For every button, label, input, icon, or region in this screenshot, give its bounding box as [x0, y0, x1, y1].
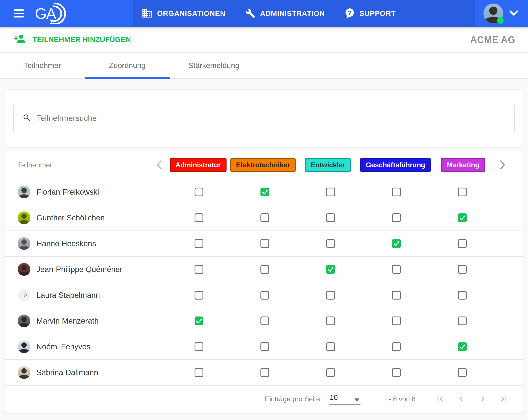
table-row: Noémi Fenyves — [5, 334, 523, 360]
role-checkbox-marketing[interactable] — [458, 291, 467, 300]
scroll-roles-left-button[interactable] — [152, 160, 166, 170]
building-icon — [142, 8, 153, 19]
table-row: Hanno Heeskens — [5, 231, 523, 257]
check-icon — [393, 240, 400, 247]
svg-text:?: ? — [348, 10, 352, 16]
role-checkbox-administrator[interactable] — [194, 368, 204, 377]
role-checkbox-entwickler[interactable] — [326, 265, 335, 274]
app-logo: GA — [35, 2, 70, 25]
nav-item-organisationen[interactable]: ORGANISATIONEN — [142, 8, 226, 19]
nav-item-label: ADMINISTRATION — [260, 9, 325, 18]
role-checkbox-entwickler[interactable] — [326, 368, 335, 377]
user-avatar[interactable] — [483, 3, 503, 23]
search-icon — [23, 113, 31, 123]
role-checkbox-geschäftsführung[interactable] — [392, 265, 401, 274]
tab-staerkemeldung[interactable]: Stärkemeldung — [170, 53, 258, 78]
last-page-button[interactable] — [499, 394, 509, 404]
participant-cell: LALaura Stapelmann — [18, 289, 152, 302]
role-checkbox-entwickler[interactable] — [326, 291, 335, 300]
role-checkbox-elektrotechniker[interactable] — [261, 187, 269, 196]
role-checkbox-administrator[interactable] — [194, 291, 204, 300]
participant-avatar — [18, 186, 30, 198]
role-checkbox-geschäftsführung[interactable] — [392, 342, 401, 351]
scroll-roles-right-button[interactable] — [495, 160, 510, 170]
role-checkbox-geschäftsführung[interactable] — [392, 291, 401, 300]
participant-avatar — [18, 366, 30, 379]
pagination-range-label: 1 - 8 von 8 — [383, 395, 416, 403]
tab-zuordnung[interactable]: Zuordnung — [85, 53, 170, 78]
table-footer: Einträge pro Seite: 10 1 - 8 von 8 — [5, 385, 523, 412]
table-row: Marvin Menzerath — [5, 308, 523, 334]
participant-cell: Sabrina Dallmann — [18, 366, 152, 379]
logo-icon: GA — [35, 2, 70, 24]
role-checkbox-geschäftsführung[interactable] — [392, 239, 401, 248]
role-badge-marketing[interactable]: Marketing — [441, 158, 485, 172]
role-checkbox-elektrotechniker[interactable] — [261, 239, 269, 248]
role-checkbox-marketing[interactable] — [458, 213, 467, 222]
role-checkbox-elektrotechniker[interactable] — [261, 291, 269, 300]
participant-name: Jean-Philippe Quéméner — [36, 265, 122, 274]
add-participant-label: TEILNEHMER HINZUFÜGEN — [33, 35, 131, 44]
role-checkbox-entwickler[interactable] — [326, 316, 335, 325]
participant-name: Florian Freikowski — [36, 187, 99, 196]
role-checkbox-geschäftsführung[interactable] — [392, 368, 401, 377]
check-icon — [196, 317, 202, 324]
role-checkbox-entwickler[interactable] — [326, 213, 335, 222]
action-bar: TEILNEHMER HINZUFÜGEN ACME AG — [0, 27, 528, 53]
role-checkbox-administrator[interactable] — [194, 265, 204, 274]
role-checkbox-administrator[interactable] — [194, 316, 204, 325]
table-row: Jean-Philippe Quéméner — [5, 257, 523, 282]
role-checkbox-entwickler[interactable] — [326, 342, 335, 351]
role-badge-geschäftsführung[interactable]: Geschäftsführung — [360, 158, 431, 172]
nav-item-support[interactable]: ? SUPPORT — [345, 8, 396, 19]
role-badge-entwickler[interactable]: Entwickler — [305, 158, 351, 172]
participant-cell: Hanno Heeskens — [18, 237, 152, 250]
role-checkbox-marketing[interactable] — [458, 368, 467, 377]
role-checkbox-entwickler[interactable] — [326, 239, 335, 248]
search-input[interactable] — [13, 104, 515, 132]
participant-cell: Marvin Menzerath — [18, 315, 152, 327]
check-icon — [262, 189, 268, 195]
role-checkbox-administrator[interactable] — [194, 342, 204, 351]
person-add-icon — [13, 33, 26, 47]
role-checkbox-elektrotechniker[interactable] — [261, 316, 269, 325]
role-checkbox-elektrotechniker[interactable] — [261, 213, 269, 222]
per-page-select[interactable]: 10 — [329, 393, 360, 405]
previous-page-button[interactable] — [456, 394, 467, 404]
hamburger-menu-button[interactable] — [14, 9, 24, 17]
role-checkbox-marketing[interactable] — [458, 342, 467, 351]
check-icon — [459, 343, 466, 350]
role-checkbox-administrator[interactable] — [194, 187, 204, 196]
role-badge-administrator[interactable]: Administrator — [170, 158, 227, 172]
role-checkbox-marketing[interactable] — [458, 265, 467, 274]
tab-teilnehmer[interactable]: Teilnehmer — [0, 53, 85, 78]
role-checkbox-administrator[interactable] — [194, 213, 204, 222]
role-checkbox-elektrotechniker[interactable] — [261, 368, 269, 377]
role-checkbox-administrator[interactable] — [194, 239, 204, 248]
add-participant-button[interactable]: TEILNEHMER HINZUFÜGEN — [13, 33, 131, 47]
participant-name: Hanno Heeskens — [36, 239, 96, 248]
online-status-dot — [497, 17, 504, 24]
role-checkbox-elektrotechniker[interactable] — [261, 342, 269, 351]
next-page-button[interactable] — [478, 394, 488, 404]
first-page-button[interactable] — [435, 394, 445, 404]
role-checkbox-geschäftsführung[interactable] — [392, 316, 401, 325]
help-bubble-icon: ? — [345, 8, 355, 19]
participant-avatar — [18, 237, 30, 250]
participant-cell: Jean-Philippe Quéméner — [18, 263, 152, 276]
chevron-left-icon — [156, 160, 162, 170]
chevron-right-icon — [478, 394, 488, 404]
account-menu-button[interactable] — [509, 10, 518, 17]
nav-item-administration[interactable]: ADMINISTRATION — [245, 8, 325, 19]
tab-bar: Teilnehmer Zuordnung Stärkemeldung — [0, 53, 528, 79]
role-checkbox-marketing[interactable] — [458, 239, 467, 248]
role-checkbox-entwickler[interactable] — [326, 187, 335, 196]
role-checkbox-marketing[interactable] — [458, 316, 467, 325]
role-checkbox-elektrotechniker[interactable] — [261, 265, 269, 274]
role-checkbox-geschäftsführung[interactable] — [392, 213, 401, 222]
nav-item-label: SUPPORT — [360, 9, 396, 18]
role-checkbox-geschäftsführung[interactable] — [392, 187, 401, 196]
role-badge-elektrotechniker[interactable]: Elektrotechniker — [230, 158, 296, 172]
per-page-value: 10 — [330, 393, 338, 402]
role-checkbox-marketing[interactable] — [458, 187, 467, 196]
